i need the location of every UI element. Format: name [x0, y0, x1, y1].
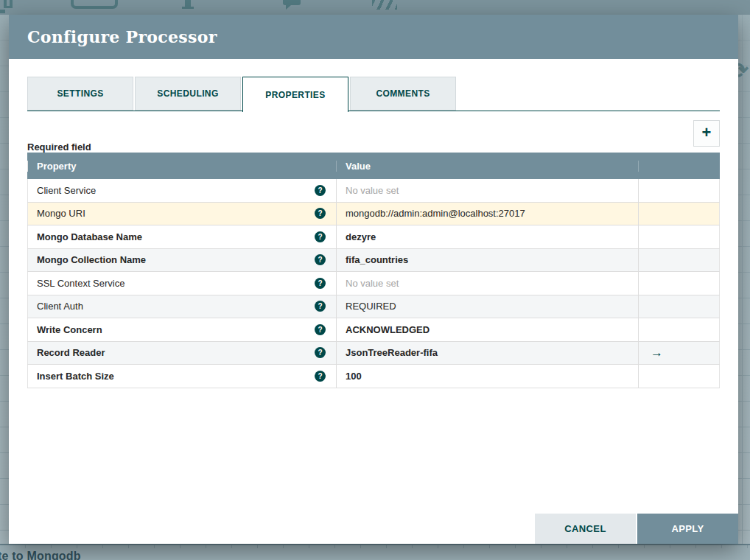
property-value[interactable]: dezyre [346, 231, 376, 242]
column-header-value: Value [337, 161, 639, 172]
canvas-left-strip [0, 15, 9, 544]
configure-processor-dialog: Configure Processor SETTINGS SCHEDULING … [9, 15, 738, 544]
property-name: Mongo URI [37, 208, 85, 219]
funnel-icon [182, 7, 194, 9]
canvas-grid [0, 15, 9, 544]
tab-scheduling[interactable]: SCHEDULING [135, 77, 241, 111]
dialog-header: Configure Processor [9, 15, 738, 59]
property-name: Write Concern [37, 324, 102, 335]
property-name: Record Reader [37, 347, 105, 358]
property-name: Insert Batch Size [37, 371, 114, 382]
property-row: Client Service?No value set [27, 179, 720, 203]
cancel-button[interactable]: CANCEL [535, 514, 636, 544]
add-property-button[interactable]: + [693, 120, 720, 147]
canvas-grid [742, 15, 743, 544]
template-icon [372, 0, 397, 10]
help-icon[interactable]: ? [315, 371, 326, 382]
label-icon [286, 5, 291, 10]
refresh-icon: ⟳ [738, 57, 749, 83]
label-icon [283, 0, 301, 5]
property-value[interactable]: JsonTreeReader-fifa [346, 347, 438, 358]
properties-table-header: Property Value [27, 153, 720, 179]
processor-name-label: te to Mongodb [0, 550, 81, 560]
property-row: Write Concern?ACKNOWLEDGED [27, 318, 720, 342]
property-row: Mongo URI?mongodb://admin:admin@localhos… [27, 203, 720, 226]
property-value[interactable]: REQUIRED [346, 301, 396, 312]
property-row: Insert Batch Size?100 [27, 365, 720, 388]
property-row: Client Auth?REQUIRED [27, 295, 720, 319]
property-value[interactable]: No value set [346, 185, 399, 196]
property-name: Mongo Database Name [37, 231, 142, 242]
help-icon[interactable]: ? [315, 231, 326, 242]
help-icon[interactable]: ? [315, 185, 326, 196]
help-icon[interactable]: ? [315, 324, 326, 335]
go-to-service-icon[interactable]: → [651, 346, 663, 360]
dialog-title: Configure Processor [27, 15, 217, 59]
property-name: Mongo Collection Name [37, 254, 146, 265]
toolbar-icon-fragment [4, 6, 13, 8]
property-name: Client Service [37, 185, 96, 196]
apply-button[interactable]: APPLY [637, 514, 738, 544]
tab-bar: SETTINGS SCHEDULING PROPERTIES COMMENTS [27, 77, 458, 112]
help-icon[interactable]: ? [315, 278, 326, 289]
canvas-right-strip: ⟳ [738, 15, 750, 544]
canvas-bottom-strip: te to Mongodb [0, 544, 750, 560]
canvas-grid [0, 545, 750, 548]
property-row: Mongo Database Name?dezyre [27, 225, 720, 249]
help-icon[interactable]: ? [315, 347, 326, 358]
property-row: SSL Context Service?No value set [27, 272, 720, 295]
property-value[interactable]: fifa_countries [346, 254, 408, 265]
property-value[interactable]: mongodb://admin:admin@localhost:27017 [346, 208, 525, 219]
property-row: Record Reader?JsonTreeReader-fifa→ [27, 342, 720, 365]
help-icon[interactable]: ? [315, 301, 326, 312]
property-row: Mongo Collection Name?fifa_countries [27, 249, 720, 273]
tab-properties[interactable]: PROPERTIES [242, 77, 348, 112]
help-icon[interactable]: ? [315, 208, 326, 219]
tab-comments[interactable]: COMMENTS [350, 77, 456, 111]
properties-table: Property Value Client Service?No value s… [27, 153, 720, 388]
process-group-icon [71, 0, 118, 9]
column-header-property: Property [27, 161, 337, 172]
property-name: Client Auth [37, 301, 83, 312]
help-icon[interactable]: ? [315, 254, 326, 265]
required-field-label: Required field [27, 141, 91, 153]
canvas-grid [738, 15, 750, 544]
tab-settings[interactable]: SETTINGS [27, 77, 133, 111]
canvas-toolbar-strip [0, 0, 750, 15]
properties-table-rows: Client Service?No value setMongo URI?mon… [27, 179, 720, 388]
property-value[interactable]: 100 [346, 371, 362, 382]
property-value[interactable]: ACKNOWLEDGED [346, 324, 430, 335]
toolbar-icon-fragment [0, 10, 5, 13]
property-name: SSL Context Service [37, 278, 125, 289]
funnel-icon [185, 0, 191, 7]
property-value[interactable]: No value set [346, 278, 399, 289]
